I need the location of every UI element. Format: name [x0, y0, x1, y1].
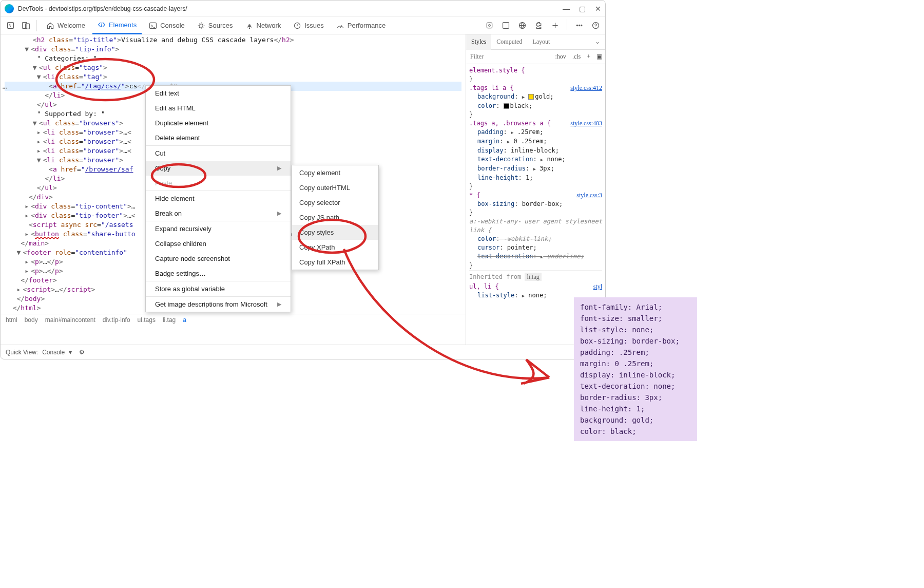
- chevron-down-icon[interactable]: ▾: [69, 349, 72, 356]
- submenu-copy-outerhtml[interactable]: Copy outerHTML: [292, 180, 378, 195]
- tab-styles[interactable]: Styles: [466, 34, 491, 50]
- tab-more-icon[interactable]: ⌄: [590, 34, 605, 50]
- quickview-value[interactable]: Console: [42, 349, 65, 356]
- siblings-indicator[interactable]: ⋯: [3, 84, 7, 92]
- submenu-copy-element[interactable]: Copy element: [292, 165, 378, 180]
- hov-button[interactable]: :hov: [552, 53, 569, 61]
- inspect-icon[interactable]: [4, 19, 17, 32]
- svg-point-8: [488, 25, 490, 26]
- maximize-icon[interactable]: ▢: [579, 5, 586, 13]
- svg-rect-7: [487, 23, 492, 28]
- panel-toggle-icon[interactable]: ▣: [593, 53, 605, 61]
- submenu-copy-fullxpath[interactable]: Copy full XPath: [292, 255, 378, 270]
- new-rule-icon[interactable]: +: [584, 53, 593, 61]
- quickview-label: Quick View:: [6, 349, 38, 356]
- submenu-copy-styles[interactable]: Copy styles: [292, 225, 378, 240]
- submenu-copy-selector[interactable]: Copy selector: [292, 195, 378, 210]
- svg-rect-3: [150, 23, 157, 28]
- app-icon[interactable]: [499, 19, 512, 32]
- submenu-copy-xpath[interactable]: Copy XPath: [292, 240, 378, 255]
- menu-copy[interactable]: Copy▶: [146, 161, 291, 176]
- titlebar: DevTools - devtoolstips.org/tips/en/debu…: [1, 1, 605, 17]
- style-link[interactable]: style.css:412: [570, 84, 602, 92]
- memory-icon[interactable]: [483, 19, 496, 32]
- crumb-body[interactable]: body: [25, 316, 38, 324]
- add-icon[interactable]: [548, 19, 562, 32]
- svg-rect-2: [25, 24, 29, 29]
- svg-rect-9: [503, 23, 509, 29]
- menu-store[interactable]: Store as global variable: [146, 281, 291, 296]
- breadcrumb[interactable]: html body main#maincontent div.tip-info …: [1, 314, 466, 325]
- tab-layout[interactable]: Layout: [527, 34, 555, 50]
- svg-point-13: [581, 25, 582, 26]
- svg-point-5: [249, 28, 250, 29]
- quickview-bar[interactable]: Quick View: Console ▾ ⚙: [1, 345, 605, 359]
- style-link[interactable]: styl: [593, 282, 602, 291]
- menu-capture[interactable]: Capture node screenshot: [146, 251, 291, 266]
- tab-elements[interactable]: Elements: [92, 17, 142, 34]
- style-link[interactable]: style.css:3: [576, 191, 602, 200]
- menu-cut[interactable]: Cut: [146, 146, 291, 161]
- tab-network[interactable]: Network: [240, 17, 286, 34]
- edge-icon: [5, 4, 14, 13]
- tab-console[interactable]: Console: [144, 17, 190, 34]
- tab-welcome[interactable]: Welcome: [41, 17, 90, 34]
- network-conditions-icon[interactable]: [515, 19, 529, 32]
- toolbar: Welcome Elements Console Sources Network…: [1, 17, 605, 34]
- svg-point-12: [579, 25, 580, 26]
- menu-delete[interactable]: Delete element: [146, 130, 291, 145]
- crumb-ul[interactable]: ul.tags: [138, 316, 156, 324]
- tab-computed[interactable]: Computed: [491, 34, 527, 50]
- gear-icon[interactable]: ⚙: [79, 349, 85, 356]
- crumb-html[interactable]: html: [6, 316, 17, 324]
- minimize-icon[interactable]: —: [563, 5, 570, 13]
- svg-rect-0: [7, 23, 13, 29]
- menu-break[interactable]: Break on▶: [146, 206, 291, 221]
- context-menu: Edit text Edit as HTML Duplicate element…: [145, 85, 291, 312]
- svg-point-4: [200, 24, 203, 27]
- window-title: DevTools - devtoolstips.org/tips/en/debu…: [18, 5, 563, 12]
- copy-submenu: Copy element Copy outerHTML Copy selecto…: [292, 165, 379, 270]
- menu-hide[interactable]: Hide element: [146, 191, 291, 206]
- more-icon[interactable]: [572, 19, 586, 32]
- svg-rect-1: [22, 23, 27, 29]
- device-icon[interactable]: [19, 19, 32, 32]
- extensions-icon[interactable]: [532, 19, 545, 32]
- menu-duplicate[interactable]: Duplicate element: [146, 116, 291, 130]
- menu-expand[interactable]: Expand recursively: [146, 221, 291, 236]
- menu-image-desc[interactable]: Get image descriptions from Microsoft▶: [146, 297, 291, 312]
- menu-paste: Paste: [146, 176, 291, 191]
- menu-badge[interactable]: Badge settings…: [146, 266, 291, 281]
- help-icon[interactable]: [589, 19, 602, 32]
- cls-button[interactable]: .cls: [569, 53, 584, 61]
- crumb-main[interactable]: main#maincontent: [45, 316, 95, 324]
- chevron-right-icon: ▶: [277, 165, 281, 172]
- styles-filter[interactable]: [466, 50, 552, 64]
- menu-collapse[interactable]: Collapse children: [146, 236, 291, 251]
- svg-point-11: [576, 25, 578, 26]
- tab-performance[interactable]: Performance: [331, 17, 391, 34]
- crumb-a[interactable]: a: [183, 316, 186, 324]
- tab-issues[interactable]: Issues: [288, 17, 329, 34]
- crumb-div[interactable]: div.tip-info: [103, 316, 130, 324]
- submenu-copy-jspath[interactable]: Copy JS path: [292, 210, 378, 225]
- devtools-window: DevTools - devtoolstips.org/tips/en/debu…: [0, 0, 606, 359]
- copied-styles-result: font-family: Arial; font-size: smaller; …: [574, 297, 697, 441]
- chevron-right-icon: ▶: [277, 210, 281, 217]
- style-link[interactable]: style.css:403: [570, 119, 602, 128]
- menu-edit-html[interactable]: Edit as HTML: [146, 101, 291, 116]
- close-icon[interactable]: ✕: [595, 5, 601, 13]
- menu-edit-text[interactable]: Edit text: [146, 86, 291, 101]
- tab-sources[interactable]: Sources: [192, 17, 238, 34]
- crumb-li[interactable]: li.tag: [163, 316, 176, 324]
- chevron-right-icon: ▶: [277, 301, 281, 308]
